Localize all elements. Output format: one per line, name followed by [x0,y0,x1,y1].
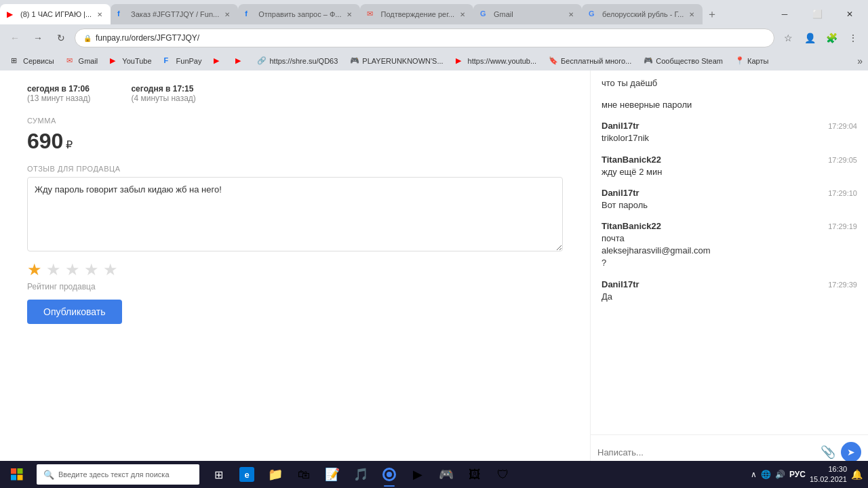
google-tab-icon: G [589,9,598,19]
chat-msg-0: что ты даёшб [601,77,857,89]
chat-username-2: TitanBanick22 [601,155,661,165]
chat-msg-2: TitanBanick22 17:29:05 жду ещё 2 мин [601,155,857,178]
taskbar-notification-icon[interactable]: 🔔 [851,469,863,480]
taskbar-arrow-up-icon[interactable]: ∧ [751,470,757,479]
tab-funpay-req-title: Отправить запрос – Ф... [258,10,341,18]
taskview-icon: ⊞ [214,468,223,481]
bookmark-maps[interactable]: 📍 Карты [730,55,774,67]
address-bar[interactable]: 🔒 funpay.ru/orders/JFGT7JQY/ [75,28,774,47]
review-textarea[interactable]: Жду пароль говорит забыл кидаю жб на нег… [27,177,563,251]
time1-main: сегодня в 17:06 [27,84,90,94]
taskbar-search-box[interactable]: 🔍 Введите здесь текст для поиска [37,464,199,485]
bookmark-yt2[interactable]: ▶ [208,55,229,67]
taskbar-app-vscode[interactable]: 📝 [319,461,346,488]
tab-youtube-close[interactable]: ✕ [96,9,104,20]
star-2[interactable]: ★ [46,260,61,279]
time-row: сегодня в 17:06 (13 минут назад) сегодня… [27,84,563,103]
new-tab-button[interactable]: ＋ [703,4,722,24]
bookmark-shre[interactable]: 🔗 https://shre.su/QD63 [252,55,343,67]
bookmarks-more-icon[interactable]: » [857,56,863,66]
chat-attach-icon[interactable]: 📎 [821,445,835,460]
taskbar-app-explorer[interactable]: 📁 [262,461,289,488]
chat-msg-4: TitanBanick22 17:29:19 почтаaleksejharas… [601,221,857,270]
chat-msg-4-header: TitanBanick22 17:29:19 [601,221,857,231]
youtube-url-bm-icon: ▶ [456,56,465,66]
tab-funpay-title: Заказ #JFGT7JQY / Fun... [131,10,219,18]
bookmark-youtube[interactable]: ▶ YouTube [104,55,157,67]
time2-sub: (4 минуты назад) [131,94,195,103]
chat-send-button[interactable]: ➤ [841,442,861,462]
chat-text-2: жду ещё 2 мин [601,166,857,178]
chat-input[interactable] [597,447,815,458]
taskbar-volume-icon[interactable]: 🔊 [775,470,785,479]
publish-button[interactable]: Опубликовать [27,300,122,324]
bookmark-steam[interactable]: 🎮 Сообщество Steam [638,55,728,67]
maximize-button[interactable]: ⬜ [802,4,833,24]
extension-icon[interactable]: 🧩 [822,28,841,47]
chat-text-1: trikolor17nik [601,132,857,144]
taskbar-clock[interactable]: 16:30 15.02.2021 [810,464,847,485]
tab-funpay-close[interactable]: ✕ [223,9,231,20]
taskbar-lang[interactable]: РУС [789,470,806,479]
tab-funpay-req-close[interactable]: ✕ [345,9,353,20]
explorer-icon: 📁 [268,467,283,482]
back-button[interactable]: ← [5,28,24,47]
bookmark-free-label: Бесплатный много... [561,57,631,65]
star-4[interactable]: ★ [84,260,99,279]
bookmark-maps-label: Карты [747,57,768,65]
bookmark-youtube-label: YouTube [122,57,151,65]
taskbar-app-youtube[interactable]: ▶ [404,461,431,488]
funpay-tab-icon: f [117,9,127,19]
taskbar-app-game[interactable]: 🎮 [433,461,460,488]
more-options-icon[interactable]: ⋮ [844,28,863,47]
tab-gmail-confirm[interactable]: ✉ Подтверждение рег... ✕ [360,4,473,24]
tab-gmail-close[interactable]: ✕ [567,9,575,20]
amount-value: 690 [27,129,63,154]
star-5[interactable]: ★ [103,260,118,279]
start-button[interactable] [0,461,34,488]
tab-funpay-request[interactable]: f Отправить запрос – Ф... ✕ [238,4,360,24]
yt2-bm-icon: ▶ [214,56,223,66]
chat-msg-5-header: Danil17tr 17:29:39 [601,279,857,289]
bookmark-gmail[interactable]: ✉ Gmail [61,55,104,67]
profile-icon[interactable]: 👤 [800,28,819,47]
bookmark-servisy-label: Сервисы [23,57,54,65]
tab-gmail[interactable]: G Gmail ✕ [473,4,582,24]
forward-button[interactable]: → [28,28,47,47]
tab-gmail-confirm-close[interactable]: ✕ [458,9,467,20]
star-1[interactable]: ★ [27,260,42,279]
bookmark-funpay[interactable]: F FunPay [159,55,208,67]
chat-panel: что ты даёшб мне неверные пароли Danil17… [590,70,868,469]
taskbar-app-media[interactable]: 🎵 [347,461,374,488]
bookmark-playerunknown[interactable]: 🎮 PLAYERUNKNOWN'S... [344,55,448,67]
chat-msg-3-header: Danil17tr 17:29:10 [601,188,857,198]
taskbar-app-taskview[interactable]: ⊞ [205,461,232,488]
bookmark-star-icon[interactable]: ☆ [778,28,797,47]
taskbar-network-icon[interactable]: 🌐 [761,470,771,479]
taskbar-app-antivirus[interactable]: 🛡 [490,461,517,488]
reload-button[interactable]: ↻ [52,28,71,47]
tab-youtube[interactable]: ▶ (8) 1 ЧАС ИГРАЮ |... ✕ [0,4,111,24]
star-3[interactable]: ★ [65,260,80,279]
close-button[interactable]: ✕ [834,4,865,24]
tab-google-close[interactable]: ✕ [688,9,696,20]
media-icon: 🎵 [353,467,368,482]
bookmark-servisy[interactable]: ⊞ Сервисы [5,55,60,67]
browser-chrome: ▶ (8) 1 ЧАС ИГРАЮ |... ✕ f Заказ #JFGT7J… [0,0,868,70]
taskbar-app-chrome[interactable] [376,461,403,488]
youtube-tab-icon: ▶ [7,9,16,19]
taskbar-app-edge[interactable]: e [233,461,260,488]
tab-google-search[interactable]: G белорусский рубль - Г... ✕ [582,4,703,24]
minimize-button[interactable]: ─ [769,4,800,24]
bookmark-yt3[interactable]: ▶ [230,55,250,67]
taskbar-search-placeholder: Введите здесь текст для поиска [58,470,170,479]
bookmark-free[interactable]: 🔖 Бесплатный много... [543,55,637,67]
chrome-active-indicator [384,485,395,487]
taskbar-app-photo[interactable]: 🖼 [461,461,488,488]
tab-funpay-order[interactable]: f Заказ #JFGT7JQY / Fun... ✕ [111,4,238,24]
taskbar-app-store[interactable]: 🛍 [290,461,317,488]
chat-msg-2-header: TitanBanick22 17:29:05 [601,155,857,165]
game-icon: 🎮 [439,467,454,482]
chat-time-1: 17:29:04 [828,122,857,130]
bookmark-youtube-url[interactable]: ▶ https://www.youtub... [450,55,542,67]
